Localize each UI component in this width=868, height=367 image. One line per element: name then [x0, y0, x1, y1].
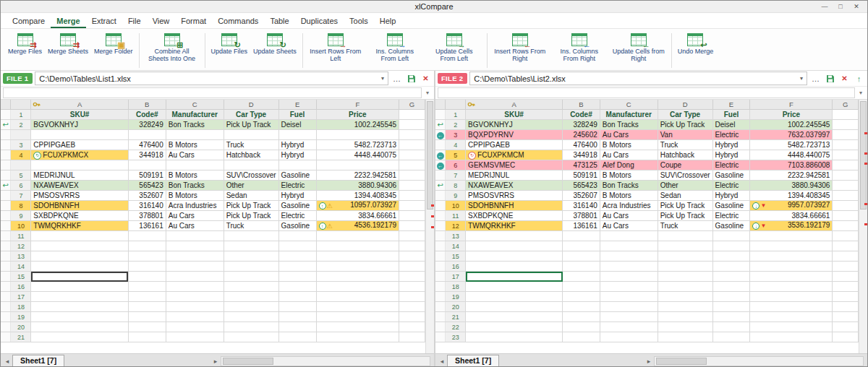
cell[interactable]: Au Cars [166, 221, 224, 231]
cell[interactable] [750, 312, 833, 322]
cell[interactable]: Electric [278, 211, 316, 221]
cell[interactable] [833, 191, 859, 201]
cell[interactable]: 328249 [563, 120, 600, 130]
cell[interactable] [399, 201, 425, 211]
cell[interactable] [466, 312, 563, 322]
cell[interactable]: 344918 [563, 150, 600, 160]
cell[interactable] [563, 231, 600, 241]
cell[interactable] [399, 160, 425, 170]
toolbar-button-update-cells-from-right[interactable]: ←Update Cells from Right [609, 32, 668, 63]
cell[interactable] [399, 211, 425, 221]
cell[interactable] [278, 312, 316, 322]
row-number[interactable]: 12 [11, 241, 31, 251]
row-number[interactable]: 5 [446, 150, 466, 160]
cell[interactable] [166, 292, 224, 302]
cell[interactable]: 1394.408345 [316, 191, 399, 201]
cell[interactable] [278, 241, 316, 251]
cell[interactable]: Bon Tracks [600, 120, 658, 130]
cell[interactable] [316, 251, 399, 262]
cell[interactable]: Fuel [712, 110, 750, 120]
cell[interactable]: Deisel [278, 120, 316, 130]
cell[interactable]: Truck [224, 221, 278, 231]
column-header-f[interactable]: F [316, 100, 399, 110]
cell[interactable]: Hybryd [278, 140, 316, 150]
cell[interactable] [31, 262, 129, 272]
cell[interactable] [128, 160, 166, 170]
cell[interactable] [466, 322, 563, 332]
row-number[interactable]: 16 [11, 282, 31, 292]
cell[interactable] [658, 292, 712, 302]
cell[interactable] [399, 262, 425, 272]
formula-input[interactable] [3, 87, 422, 98]
row-number[interactable]: 17 [446, 272, 466, 282]
cell[interactable] [224, 332, 278, 342]
cell[interactable]: Electric [712, 181, 750, 191]
cell[interactable]: SUV\Crossover [658, 170, 712, 181]
cell[interactable] [399, 181, 425, 191]
cell[interactable]: Truck [658, 221, 712, 231]
row-number[interactable] [11, 160, 31, 170]
cell[interactable] [658, 262, 712, 272]
row-number[interactable]: 2 [11, 120, 31, 130]
merged-row-icon[interactable]: ↩ [3, 121, 9, 129]
cell[interactable] [278, 272, 316, 282]
selected-cell[interactable] [31, 272, 129, 282]
cell[interactable]: 3834.66661 [750, 211, 833, 221]
cell[interactable]: Sedan [658, 191, 712, 201]
cell[interactable]: 344918 [128, 150, 166, 160]
menu-item-help[interactable]: Help [374, 14, 402, 28]
menu-item-duplicates[interactable]: Duplicates [295, 14, 344, 28]
cell[interactable]: 476400 [563, 140, 600, 150]
cell[interactable]: Sedan [224, 191, 278, 201]
cell[interactable]: 328249 [128, 120, 166, 130]
browse-file-button[interactable]: … [391, 72, 403, 85]
cell[interactable]: Code# [563, 110, 600, 120]
cell[interactable]: Bon Tracks [166, 181, 224, 191]
cell[interactable] [833, 272, 859, 282]
cell[interactable]: Price [316, 110, 399, 120]
cell[interactable] [128, 292, 166, 302]
cell[interactable]: Electric [712, 160, 750, 170]
cell[interactable] [600, 272, 658, 282]
cell[interactable] [600, 251, 658, 262]
cell[interactable] [600, 262, 658, 272]
menu-item-file[interactable]: File [122, 14, 147, 28]
cell[interactable] [658, 241, 712, 251]
cell[interactable] [833, 262, 859, 272]
row-number[interactable]: 2 [446, 120, 466, 130]
cell[interactable] [278, 231, 316, 241]
merged-row-icon[interactable]: ↩ [438, 181, 443, 189]
row-number[interactable]: 18 [446, 282, 466, 292]
maximize-button[interactable]: □ [833, 1, 848, 12]
cell[interactable] [750, 241, 833, 251]
cell[interactable] [278, 322, 316, 332]
cell[interactable] [399, 170, 425, 181]
row-number[interactable]: 13 [446, 231, 466, 241]
cell[interactable] [278, 302, 316, 312]
cell[interactable]: NXAWEAVEX [466, 181, 563, 191]
cell[interactable] [316, 160, 399, 170]
cell[interactable]: ↓▼3536.192179 [750, 221, 833, 231]
cell[interactable]: Coupe [658, 160, 712, 170]
row-number[interactable]: 9 [446, 191, 466, 201]
cell[interactable]: 352607 [563, 191, 600, 201]
cell[interactable] [833, 120, 859, 130]
cell[interactable]: 4448.440075 [750, 150, 833, 160]
menu-item-extract[interactable]: Extract [86, 14, 122, 28]
cell[interactable] [316, 332, 399, 342]
cell[interactable] [128, 251, 166, 262]
cell[interactable] [224, 241, 278, 251]
row-number[interactable]: 1 [446, 110, 466, 120]
cell[interactable]: 4448.440075 [316, 150, 399, 160]
cell[interactable]: 245602 [563, 130, 600, 140]
cell[interactable]: B Motors [600, 170, 658, 181]
cell[interactable] [166, 251, 224, 262]
menu-item-compare[interactable]: Compare [7, 14, 51, 28]
sheet-tab[interactable]: Sheet1 [7] [12, 355, 64, 367]
cell[interactable] [600, 231, 658, 241]
column-header-d[interactable]: D [224, 100, 278, 110]
dropdown-chevron-icon[interactable]: ▾ [381, 75, 384, 82]
cell[interactable] [833, 201, 859, 211]
cell[interactable]: Pick Up Track [224, 120, 278, 130]
cell[interactable] [833, 221, 859, 231]
